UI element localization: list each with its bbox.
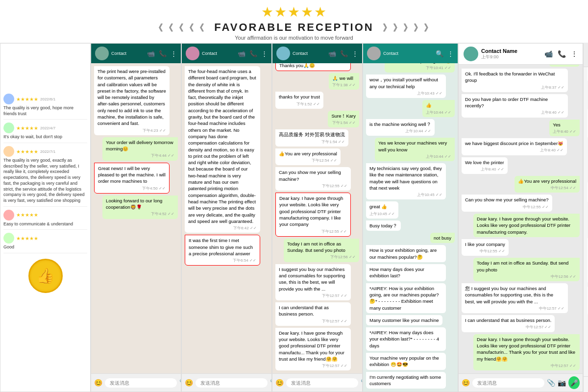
contact-name-5: Contact Name [481, 48, 517, 54]
chat-header-3: Contact 📹 📞 ⋮ [272, 44, 362, 63]
more-icon-1[interactable]: ⋮ [171, 50, 177, 57]
chat-icons-2: 📹 📞 ⋮ [238, 50, 268, 57]
chat-header-left-5: Contact Name 上午9:00 [464, 47, 517, 61]
review-stars-2: ★★★★★ [16, 149, 38, 154]
message-bubble: This is 1st shipment your company and ou… [275, 63, 359, 71]
contact-name-3: Contact [293, 51, 308, 56]
message-bubble: Great news! I will be very pleased to ge… [94, 163, 178, 194]
review-text-0: The quality is very good, hope more frie… [3, 105, 87, 117]
video-icon-2[interactable]: 📹 [238, 50, 245, 57]
contact-name-1: Contact [111, 51, 126, 56]
avatar-1 [95, 47, 109, 60]
photo-icon-5[interactable]: 📷 [558, 379, 566, 387]
review-stars-0: ★★★★★ [16, 97, 38, 102]
attach-icon-5[interactable]: 📎 [547, 379, 555, 387]
more-icon-5[interactable]: ⋮ [571, 50, 578, 58]
review-text-1: It's okay to wait, but don't stop [3, 134, 87, 140]
chat-input-1[interactable] [105, 378, 177, 388]
message-bubble: The four-head machine uses a different b… [185, 66, 269, 233]
chat-panel-2: Contact 📹 📞 ⋮ The four-head machine uses… [181, 43, 272, 392]
reviews-panel: ★★★★★ 2022/6/1 The quality is very good,… [0, 43, 91, 392]
message-bubble: Today I am not in office as Sunday. But … [462, 258, 580, 281]
chat-header-left-3: Contact [276, 47, 308, 60]
emoji-icon-3[interactable]: 😊 [275, 379, 284, 387]
chat-input-bar-1: 😊 📎 📷 🎤 [91, 373, 181, 392]
chat-panel-3: Contact 📹 📞 ⋮ Ok ok下午12:33 ✓✓This is 1st… [272, 43, 363, 392]
chat-icons-1: 📹 📞 ⋮ [147, 50, 177, 57]
message-bubble: 🙏 we will下午1:38 ✓✓ [275, 73, 359, 90]
call-icon-1[interactable]: 📞 [159, 50, 167, 57]
review-stars-1: ★★★★★ [16, 125, 38, 131]
chat-header-5: Contact Name 上午9:00 📹 📞 ⋮ [459, 44, 583, 65]
review-stars-4: ★★★★★ [16, 236, 38, 241]
message-bubble: Looking forward to our long cooperation🦁… [94, 196, 178, 219]
message-bubble: we have biggest discount price in Septem… [462, 138, 580, 155]
review-date-2: 2022/7/1 [40, 149, 55, 154]
review-date-1: 2022/4/7 [40, 126, 55, 130]
video-icon-1[interactable]: 📹 [147, 50, 155, 57]
review-item-1: ★★★★★ 2022/4/7 It's okay to wait, but do… [3, 122, 87, 143]
message-bubble: Many customer like your machine [366, 315, 455, 325]
review-text-3: Easy to communicate & understand [3, 221, 87, 227]
message-bubble: Your order will delivery tomorrow mornin… [94, 137, 178, 161]
message-bubble: Dear kary. I have gone through your webs… [275, 328, 359, 371]
message-bubble: Yes machine is printing now🤩下午10:41 ✓✓ [366, 63, 455, 73]
emoji-icon-2[interactable]: 😊 [185, 379, 193, 387]
message-bubble: Yes we know your machines very well you … [366, 138, 455, 161]
call-icon-2[interactable]: 📞 [249, 50, 257, 57]
message-bubble: Can you show me your selling machine?中午1… [462, 195, 580, 211]
chat-input-bar-3: 😊 📎 📷 🎤 [272, 373, 362, 392]
message-bubble: *AIIREY: How many days does your exhibit… [366, 327, 455, 351]
call-icon-5[interactable]: 📞 [558, 50, 566, 58]
chat-input-bar-5: 😊 📎 📷 🎤 [459, 373, 583, 392]
search-icon-4[interactable]: 🔍 [436, 50, 443, 57]
message-bubble: 高品质服务 对外贸易 快速物流下午1:54 ✓✓ [275, 129, 359, 146]
more-icon-2[interactable]: ⋮ [261, 50, 268, 57]
more-icon-3[interactable]: ⋮ [352, 50, 358, 57]
message-bubble: I like your company中午12:55 ✓✓ [462, 239, 580, 256]
chat-input-5[interactable] [472, 378, 544, 388]
page-header: ★★★★★ 《《《《《 FAVORABLE RECEPTION 》》》》》 Yo… [0, 0, 588, 43]
review-stars-3: ★★★★★ [16, 212, 38, 218]
message-bubble: We love the printer上午8:40 ✓✓ [462, 157, 580, 174]
message-bubble: Sure！Kary下午1:54 ✓✓ [275, 111, 359, 127]
call-icon-3[interactable]: 📞 [340, 50, 348, 57]
review-avatar-0 [3, 94, 14, 104]
message-bubble: *AIIREY: How is your exhibition going, a… [366, 283, 455, 313]
review-item-4: ★★★★★ Good [3, 233, 87, 253]
message-bubble: I'm currently negotiating with some cust… [366, 372, 455, 389]
wechat-input-bar: 😊 📷 ➤ [584, 376, 588, 392]
review-avatar-4 [3, 233, 14, 244]
review-item-3: ★★★★★ Easy to communicate & understand [3, 210, 87, 230]
chat-input-3[interactable] [286, 378, 358, 388]
emoji-icon-1[interactable]: 😊 [94, 379, 102, 387]
message-bubble: The print head were pre-installed for cu… [94, 66, 178, 135]
message-bubble: great 👍上午10:45 ✓✓ [366, 201, 455, 218]
message-bubble: wow，you install yourself without any our… [366, 74, 455, 98]
message-bubble: is the machine working well？上午10:44 ✓✓ [366, 119, 455, 136]
message-bubble: I suggest you buy our machines and consu… [275, 264, 359, 300]
avatar-3 [276, 47, 290, 60]
message-bubble: not busy [366, 233, 455, 243]
message-bubble: 👍You are very professional中午12:54 ✓✓ [462, 176, 580, 193]
page-subtitle: Your affirmation is our motivation to mo… [0, 35, 588, 41]
header-status-5: 上午9:00 [481, 54, 517, 60]
chat-input-bar-2: 😊 📎 📷 🎤 [182, 373, 271, 392]
review-item-0: ★★★★★ 2022/6/1 The quality is very good,… [3, 94, 87, 120]
contact-name-2: Contact [202, 51, 217, 56]
review-avatar-2 [3, 146, 14, 157]
emoji-icon-5[interactable]: 😊 [462, 379, 470, 387]
video-icon-3[interactable]: 📹 [328, 50, 336, 57]
message-bubble: 👍You are very professional下午12:54 ✓✓ [275, 148, 359, 165]
message-bubble: thanks for your trust下午1:52 ✓✓ [275, 92, 359, 108]
page-title: 《《《《《 FAVORABLE RECEPTION 》》》》》 [0, 21, 588, 34]
message-bubble: How is your exhibition going, are our ma… [366, 245, 455, 262]
video-icon-5[interactable]: 📹 [544, 50, 553, 58]
send-button-5[interactable]: 🎤 [568, 376, 580, 389]
chat-input-2[interactable] [196, 378, 268, 388]
review-avatar-3 [3, 210, 14, 220]
more-icon-4[interactable]: ⋮ [447, 50, 454, 57]
wechat-messages: luckyconsol said that he can pick up the… [584, 67, 588, 376]
chat-header-left-2: Contact [186, 47, 217, 60]
chat-header-2: Contact 📹 📞 ⋮ [182, 44, 271, 63]
